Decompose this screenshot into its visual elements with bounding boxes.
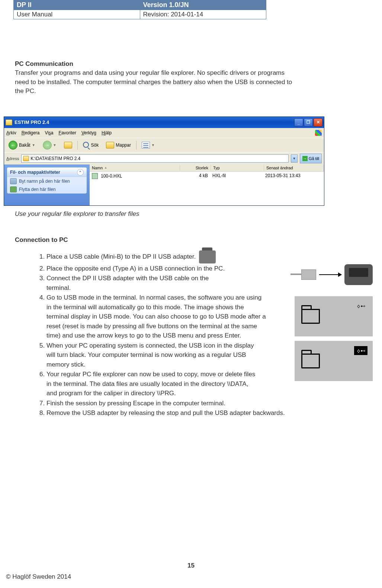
step-6: Your regular PC file explorer can now be… (46, 370, 259, 398)
step-8: Remove the USB adapter by releasing the … (46, 408, 296, 418)
views-button[interactable]: ▼ (139, 141, 157, 149)
back-label: Bakåt (19, 143, 31, 148)
usb-icon: ⬨⊷ (354, 301, 367, 310)
step-3: Connect the DP II USB adapter with the U… (46, 274, 296, 293)
folders-label: Mappar (116, 143, 131, 148)
conn-steps: Place a USB cable (Mini-B) to the DP II … (32, 250, 296, 418)
go-button[interactable]: → Gå till (300, 154, 322, 163)
usb-icon-active: ⬨⊷ (354, 346, 367, 355)
task-move-label: Flytta den här filen (19, 187, 56, 192)
column-headers: Namn ▲ Storlek Typ Senast ändrad (90, 164, 324, 172)
terminal-device-icon (344, 264, 373, 285)
file-icon (92, 173, 98, 179)
back-button[interactable]: ← Bakåt ▼ (6, 140, 38, 150)
explorer-titlebar: ESTIM PRO 2.4 _ ❐ ✕ (4, 117, 324, 128)
close-button[interactable]: ✕ (314, 118, 322, 127)
hdr-subtitle: User Manual (14, 10, 140, 19)
copyright: © Haglöf Sweden 2014 (6, 573, 71, 581)
views-icon (142, 142, 150, 148)
col-size[interactable]: Storlek (180, 164, 211, 171)
col-type[interactable]: Typ (211, 164, 264, 171)
hdr-revision: Revision: 2014-01-14 (140, 10, 266, 19)
folder-large-icon (301, 309, 320, 324)
explorer-menubar: Arkiv Redigera Visa Favoriter Verktyg Hj… (4, 128, 324, 138)
sort-asc-icon: ▲ (104, 166, 107, 169)
usb-adapter-icon (199, 250, 216, 263)
back-icon: ← (9, 141, 17, 150)
hdr-title: DP II (14, 0, 140, 10)
address-bar: Adress K:\DATA\ESTIM PRO 2.4 ▼ → Gå till (4, 152, 324, 164)
folders-button[interactable]: Mappar (104, 141, 133, 149)
usb-screen-idle: ⬨⊷ (295, 296, 373, 336)
rename-icon (10, 178, 17, 184)
task-rename[interactable]: Byt namn på den här filen (7, 177, 87, 185)
address-input[interactable]: K:\DATA\ESTIM PRO 2.4 (21, 154, 289, 163)
arrow-right-icon (319, 274, 341, 275)
page-number: 15 (0, 562, 382, 569)
menu-visa[interactable]: Visa (45, 130, 53, 135)
address-dropdown[interactable]: ▼ (291, 154, 298, 163)
explorer-window: ESTIM PRO 2.4 _ ❐ ✕ Arkiv Redigera Visa … (4, 116, 324, 206)
file-name: 100-0.HXL (101, 173, 122, 179)
minimize-button[interactable]: _ (294, 118, 303, 127)
hdr-version: Version 1.0/JN (140, 0, 266, 10)
menu-redigera[interactable]: Redigera (22, 130, 40, 135)
forward-button[interactable]: → ▼ (41, 140, 59, 150)
step-4: Go to USB mode in the terminal. In norma… (46, 293, 266, 341)
folders-icon (106, 142, 114, 148)
address-label: Adress (6, 156, 19, 161)
folder-icon (6, 119, 12, 125)
step-7: Finish the session by pressing Escape in… (46, 399, 296, 408)
windows-flag-icon (315, 130, 322, 136)
menu-arkiv[interactable]: Arkiv (6, 130, 16, 135)
explorer-toolbar: ← Bakåt ▼ → ▼ Sök Mappar (4, 138, 324, 152)
folder-large-icon (301, 354, 320, 368)
go-label: Gå till (309, 156, 319, 161)
step-1: Place a USB cable (Mini-B) to the DP II … (46, 250, 296, 263)
usb-screen-connected: ⬨⊷ (295, 341, 373, 381)
step-2: Place the opposite end (Type A) in a USB… (46, 264, 296, 274)
file-date: 2013-05-31 13:43 (263, 172, 324, 180)
up-button[interactable] (62, 141, 74, 149)
forward-icon: → (43, 141, 52, 150)
file-row[interactable]: 100-0.HXL 4 kB HXL-fil 2013-05-31 13:43 (90, 172, 324, 180)
search-icon (83, 142, 90, 148)
menu-verktyg[interactable]: Verktyg (81, 130, 96, 135)
task-header-label: Fil- och mappaktiviteter (10, 170, 60, 175)
chevron-up-icon: ⌃ (77, 169, 84, 176)
file-list: Namn ▲ Storlek Typ Senast ändrad 100-0.H… (90, 164, 324, 205)
conn-title: Connection to PC (15, 236, 367, 244)
col-name[interactable]: Namn ▲ (90, 164, 180, 171)
go-arrow-icon: → (302, 156, 308, 161)
folder-icon (23, 156, 29, 161)
maximize-button[interactable]: ❐ (304, 118, 313, 127)
move-icon (10, 186, 17, 192)
col-date[interactable]: Senast ändrad (264, 164, 324, 171)
task-panel: Fil- och mappaktiviteter ⌃ Byt namn på d… (4, 164, 90, 205)
search-button[interactable]: Sök (81, 141, 101, 149)
file-type: HXL-fil (210, 172, 263, 180)
menu-hjalp[interactable]: Hjälp (102, 130, 112, 135)
side-images: ⬨⊷ ⬨⊷ (291, 264, 373, 381)
folder-up-icon (64, 142, 72, 148)
file-size: 4 kB (180, 172, 210, 180)
pc-comm-title: PC Communication (15, 60, 367, 68)
task-move[interactable]: Flytta den här filen (7, 185, 87, 194)
pc-comm-text: Transfer your programs and data using yo… (15, 68, 298, 96)
search-label: Sök (91, 143, 99, 148)
explorer-title: ESTIM PRO 2.4 (15, 119, 294, 125)
address-value: K:\DATA\ESTIM PRO 2.4 (31, 156, 80, 161)
task-header[interactable]: Fil- och mappaktiviteter ⌃ (7, 167, 87, 177)
task-rename-label: Byt namn på den här filen (19, 179, 70, 184)
doc-header: DP II Version 1.0/JN User Manual Revisio… (13, 0, 266, 19)
explorer-caption: Use your regular file explorer to transf… (15, 210, 367, 218)
menu-favoriter[interactable]: Favoriter (59, 130, 76, 135)
step-5: When your PC operating system is connect… (46, 341, 259, 370)
usb-plug-icon (301, 269, 316, 280)
